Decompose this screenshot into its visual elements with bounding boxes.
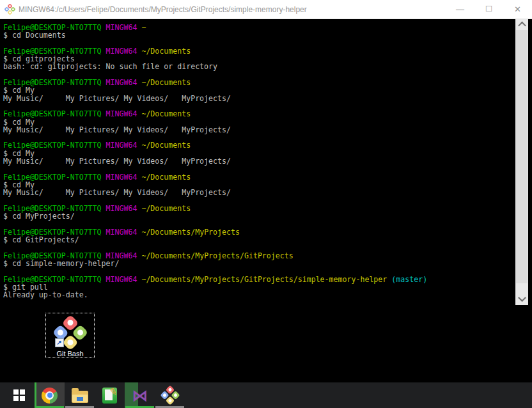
command-line: $ cd simple-memory-helper/ <box>3 260 512 267</box>
prompt-line: Felipe@DESKTOP-NTO7TTQ MINGW64 ~/Documen… <box>3 79 512 86</box>
file-explorer-icon <box>72 391 88 403</box>
command-line: $ cd GitProjects/ <box>3 236 512 244</box>
command-line: $ cd My <box>3 118 512 126</box>
chrome-accent-stripe <box>35 382 36 408</box>
prompt-line: Felipe@DESKTOP-NTO7TTQ MINGW64 ~/Documen… <box>3 47 512 55</box>
maximize-button[interactable]: □ <box>474 0 503 17</box>
visual-studio-icon: ⋈ <box>132 388 148 404</box>
terminal-scrollbar[interactable] <box>515 19 528 305</box>
taskbar-visual-studio-button[interactable]: ⋈ <box>125 382 155 408</box>
windows-logo-icon <box>13 389 25 401</box>
prompt-line: Felipe@DESKTOP-NTO7TTQ MINGW64 ~/Documen… <box>3 141 512 149</box>
shortcut-arrow-icon: ↗ <box>55 338 64 347</box>
git-app-icon <box>4 3 15 15</box>
start-button[interactable] <box>4 382 35 408</box>
shortcut-label: Git Bash <box>56 350 83 357</box>
output-line: My Music/ My Pictures/ My Videos/ MyProj… <box>3 95 512 102</box>
git-bash-window: MINGW64:/c/Users/Felipe/Documents/MyProj… <box>0 0 532 306</box>
output-line: bash: cd: gitprojects: No such file or d… <box>3 63 512 70</box>
output-line: Already up-to-date. <box>3 291 512 299</box>
command-line: $ cd Documents <box>3 31 512 39</box>
prompt-line: Felipe@DESKTOP-NTO7TTQ MINGW64 ~/Documen… <box>3 205 512 212</box>
taskbar-text-editor-button[interactable]: ✎ <box>95 382 125 408</box>
output-line: My Music/ My Pictures/ My Videos/ MyProj… <box>3 189 512 196</box>
taskbar-file-explorer-button[interactable] <box>65 382 95 408</box>
taskbar: ✎ ⋈ <box>0 382 532 408</box>
taskbar-chrome-button[interactable] <box>35 382 65 408</box>
scroll-up-icon[interactable] <box>515 19 528 30</box>
prompt-line: Felipe@DESKTOP-NTO7TTQ MINGW64 ~/Documen… <box>3 110 512 118</box>
prompt-line: Felipe@DESKTOP-NTO7TTQ MINGW64 ~/Documen… <box>3 173 512 181</box>
scroll-down-icon[interactable] <box>515 294 528 305</box>
text-editor-icon: ✎ <box>102 388 117 404</box>
taskbar-git-bash-button[interactable] <box>155 382 185 408</box>
chrome-icon <box>42 388 58 404</box>
prompt-line: Felipe@DESKTOP-NTO7TTQ MINGW64 ~/Documen… <box>3 276 512 283</box>
output-line: My Music/ My Pictures/ My Videos/ MyProj… <box>3 126 512 134</box>
minimize-button[interactable]: — <box>446 0 474 19</box>
git-bash-taskbar-icon <box>160 385 180 405</box>
terminal-output: Felipe@DESKTOP-NTO7TTQ MINGW64 ~$ cd Doc… <box>3 24 512 299</box>
command-line: $ cd MyProjects/ <box>3 212 512 220</box>
scrollbar-thumb[interactable] <box>516 30 528 283</box>
window-title: MINGW64:/c/Users/Felipe/Documents/MyProj… <box>19 5 446 14</box>
command-line: $ cd My <box>3 86 512 94</box>
close-button[interactable]: ✕ <box>503 0 532 19</box>
prompt-line: Felipe@DESKTOP-NTO7TTQ MINGW64 ~/Documen… <box>3 228 512 236</box>
window-titlebar[interactable]: MINGW64:/c/Users/Felipe/Documents/MyProj… <box>0 0 532 19</box>
desktop-shortcut-git-bash[interactable]: ↗ Git Bash <box>45 313 95 358</box>
output-line: My Music/ My Pictures/ My Videos/ MyProj… <box>3 157 512 165</box>
prompt-line: Felipe@DESKTOP-NTO7TTQ MINGW64 ~ <box>3 24 512 31</box>
terminal-area[interactable]: Felipe@DESKTOP-NTO7TTQ MINGW64 ~$ cd Doc… <box>0 19 532 305</box>
